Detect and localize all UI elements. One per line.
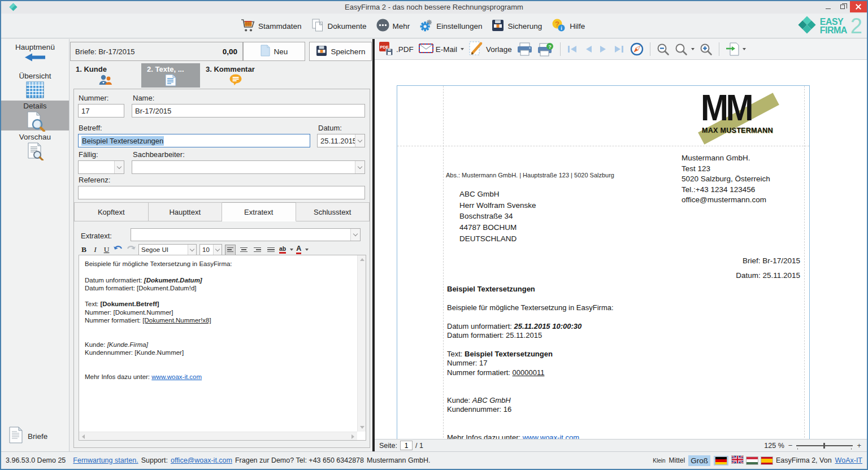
highlight-color-button[interactable]: ab [279,246,286,254]
faellig-combobox[interactable] [78,160,124,174]
zoom-select-button[interactable] [675,43,695,56]
font-size-gross-button[interactable]: Groß [688,455,710,466]
sidebar-item-vorschau[interactable]: Vorschau [1,132,69,163]
align-left-button[interactable] [225,245,236,255]
betreff-input[interactable]: Beispiel Textersetzungen [78,134,310,147]
tab-kopftext[interactable]: Kopftext [74,202,149,221]
horizontal-scrollbar[interactable] [79,432,357,440]
dropdown-button[interactable] [350,229,360,241]
richtext-editor[interactable]: Beispiele für mögliche Textersetzung in … [85,260,353,429]
sidebar-item-details[interactable]: Details [1,101,69,130]
close-button[interactable] [850,1,867,12]
vertical-scrollbar[interactable] [357,255,366,432]
toolbar-separator [650,42,650,56]
extratext-label: Extratext: [81,232,112,240]
toolbar-sicherung[interactable]: Sicherung [492,19,542,33]
sidebar-item-uebersicht[interactable]: Übersicht [1,71,69,101]
align-justify-button[interactable] [266,245,276,255]
chevron-down-icon[interactable] [305,249,309,251]
language-german-flag[interactable] [714,456,728,465]
pan-compass-button[interactable] [630,42,644,56]
pdf-icon: PDF [379,41,394,58]
sidebar-item-hauptmenu[interactable]: Hauptmenü [1,42,69,64]
toolbar-label: Hilfe [570,22,585,31]
zoom-slider[interactable] [796,443,853,449]
toolbar-label: Stammdaten [258,22,302,31]
zoom-minus-button[interactable]: − [788,441,793,450]
margin-guide [443,86,444,439]
company-address-block: Mustermann GmbH.Test 1235020 Salzburg, Ö… [682,153,770,206]
font-color-button[interactable]: A [296,245,301,254]
nummer-input[interactable]: 17 [78,104,124,118]
tab-kommentar[interactable]: 3. Kommentar [200,63,271,88]
redo-icon[interactable] [126,245,136,255]
name-input[interactable]: Br-17/2015 [132,104,365,118]
align-right-button[interactable] [252,245,263,255]
font-size-mittel-button[interactable]: Mittel [669,456,685,464]
minimize-icon [826,8,831,9]
chevron-down-icon[interactable] [290,249,293,251]
remote-support-link[interactable]: Fernwartung starten. [73,456,138,464]
preview-viewport[interactable]: MM MAX MUSTERMANN Mustermann GmbH.Test 1… [375,60,867,439]
italic-button[interactable]: I [91,245,99,254]
bold-button[interactable]: B [80,245,88,254]
first-page-button[interactable] [567,45,578,54]
zoom-out-button[interactable] [657,43,670,56]
language-spanish-flag[interactable] [761,457,772,464]
sachbearbeiter-combobox[interactable] [132,160,365,174]
save-button[interactable]: Speichern [309,42,372,61]
toolbar-einstellungen[interactable]: Einstellungen [419,19,482,34]
toolbar-label: Sicherung [507,22,542,31]
zoom-slider-thumb[interactable] [823,443,825,449]
print-help-button[interactable]: ? [537,42,554,56]
support-email-link[interactable]: office@woax-it.com [171,456,232,464]
tab-haupttext[interactable]: Haupttext [149,202,223,221]
main-toolbar: Stammdaten Dokumente Mehr Einstellungen … [1,14,867,38]
toolbar-stammdaten[interactable]: Stammdaten [241,19,302,34]
pdf-export-button[interactable]: PDF .PDF [379,41,414,58]
export-button[interactable] [726,42,746,56]
referenz-input[interactable] [78,186,365,199]
dropdown-button[interactable] [355,161,364,173]
font-size-klein-button[interactable]: Klein [653,458,665,464]
underline-button[interactable]: U [102,245,111,254]
previous-page-button[interactable] [583,45,593,54]
tab-schlusstext[interactable]: Schlusstext [296,202,370,221]
tab-kunde[interactable]: 1. Kunde [70,63,141,88]
extratext-combobox[interactable] [131,228,361,241]
sachbearbeiter-label: Sachbearbeiter: [133,150,185,159]
zoom-plus-button[interactable]: + [857,441,861,450]
page-input[interactable] [400,441,413,450]
language-english-flag[interactable] [732,456,743,465]
restore-button[interactable] [835,1,850,12]
font-size-combobox[interactable]: 10 [199,244,222,255]
dropdown-button[interactable] [114,161,124,173]
language-hungarian-flag[interactable] [747,457,758,464]
credit-link[interactable]: WoAx-IT [835,456,862,464]
tab-texte[interactable]: 2. Texte, ... [141,63,200,88]
email-button[interactable]: E-Mail [419,43,464,55]
new-button[interactable]: Neu [243,42,305,61]
title-bar: EasyFirma 2 - das noch bessere Rechnungs… [1,1,867,14]
next-page-button[interactable] [598,45,609,54]
last-page-button[interactable] [614,45,625,54]
align-center-button[interactable] [238,245,249,255]
app-window: EasyFirma 2 - das noch bessere Rechnungs… [0,0,868,470]
minimize-button[interactable] [821,1,835,12]
toolbar-hilfe[interactable]: ?i Hilfe [552,19,585,34]
undo-icon[interactable] [114,245,123,255]
print-button[interactable] [517,42,532,56]
toolbar-dokumente[interactable]: Dokumente [311,19,367,34]
toolbar-mehr[interactable]: Mehr [376,19,410,33]
datum-combobox[interactable]: 25.11.2015 [317,134,365,147]
toolbar-separator [719,42,719,56]
sidebar-item-briefe[interactable]: Briefe [8,427,47,446]
more-icon [376,19,389,33]
document-tabs: 1. Kunde 2. Texte, ... 3. Kommentar [70,63,271,88]
dropdown-button[interactable] [355,134,364,147]
tab-extratext[interactable]: Extratext [222,202,296,221]
zoom-in-button[interactable] [700,43,713,56]
font-family-combobox[interactable]: Segoe UI [138,244,197,255]
vorlage-button[interactable]: Vorlage [469,41,512,58]
support-label: Support: [141,456,168,464]
